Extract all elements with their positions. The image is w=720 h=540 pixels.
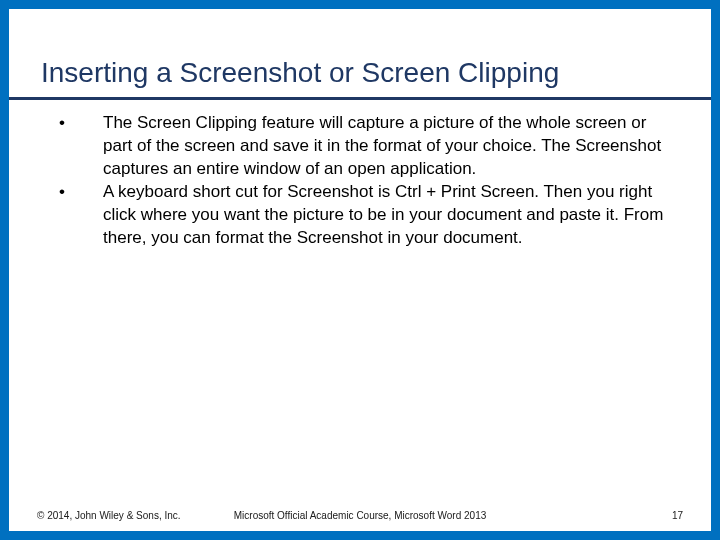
bullet-icon: •	[51, 181, 103, 204]
page-number: 17	[672, 510, 683, 521]
list-item: • The Screen Clipping feature will captu…	[51, 112, 669, 181]
title-area: Inserting a Screenshot or Screen Clippin…	[9, 9, 711, 100]
bullet-list: • The Screen Clipping feature will captu…	[51, 112, 669, 250]
content-area: • The Screen Clipping feature will captu…	[9, 100, 711, 250]
slide-title: Inserting a Screenshot or Screen Clippin…	[41, 57, 679, 95]
slide: Inserting a Screenshot or Screen Clippin…	[9, 9, 711, 531]
list-item: • A keyboard short cut for Screenshot is…	[51, 181, 669, 250]
footer-copyright: © 2014, John Wiley & Sons, Inc.	[37, 510, 181, 521]
bullet-icon: •	[51, 112, 103, 135]
bullet-text: A keyboard short cut for Screenshot is C…	[103, 181, 669, 250]
bullet-text: The Screen Clipping feature will capture…	[103, 112, 669, 181]
footer: © 2014, John Wiley & Sons, Inc. Microsof…	[9, 510, 711, 521]
